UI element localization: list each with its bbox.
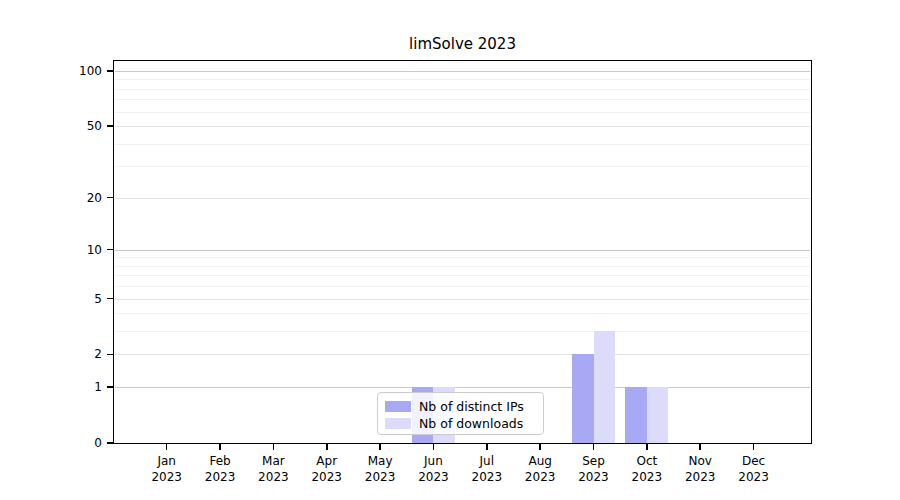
major-gridline [115,299,810,300]
x-tick-mark [433,444,435,450]
minor-gridline [115,331,810,332]
minor-gridline [115,166,810,167]
major-gridline [115,250,810,251]
legend-label-distinct-ips: Nb of distinct IPs [419,399,524,414]
chart-figure: limSolve 2023 0125102050100 Jan2023Feb20… [0,0,900,500]
y-tick-mark [107,298,114,300]
y-tick-label: 100 [56,63,102,79]
x-tick-mark [219,444,221,450]
x-tick-mark [273,444,275,450]
x-tick-label-dec: Dec2023 [722,453,786,485]
y-tick-mark [107,354,114,356]
minor-gridline [115,112,810,113]
legend-label-downloads: Nb of downloads [419,416,523,431]
x-tick-mark [646,444,648,450]
legend-swatch-downloads-icon [385,418,411,429]
y-tick-label: 20 [56,190,102,206]
x-tick-mark [753,444,755,450]
minor-gridline [115,257,810,258]
x-tick-mark [486,444,488,450]
legend-swatch-distinct-ips-icon [385,401,411,412]
legend-item-distinct-ips: Nb of distinct IPs [385,398,534,414]
x-tick-mark [539,444,541,450]
y-tick-mark [107,386,114,388]
major-gridline [115,354,810,355]
minor-gridline [115,99,810,100]
chart-title: limSolve 2023 [114,34,811,54]
bar-oct-downloads [647,387,669,443]
bar-sep-downloads [594,331,616,443]
y-tick-label: 1 [56,379,102,395]
bar-sep-distinct-ips [572,354,594,443]
x-tick-mark [326,444,328,450]
y-tick-mark [107,442,114,444]
major-gridline [115,198,810,199]
minor-gridline [115,313,810,314]
x-tick-mark [699,444,701,450]
y-tick-mark [107,125,114,127]
major-gridline [115,71,810,72]
x-tick-year: 2023 [722,469,786,485]
major-gridline [115,126,810,127]
x-tick-mark [379,444,381,450]
y-tick-mark [107,249,114,251]
y-tick-mark [107,197,114,199]
y-tick-label: 2 [56,346,102,362]
x-tick-mark [166,444,168,450]
y-tick-mark [107,70,114,72]
bar-oct-distinct-ips [625,387,647,443]
minor-gridline [115,79,810,80]
legend: Nb of distinct IPs Nb of downloads [377,392,544,435]
y-tick-label: 50 [56,118,102,134]
minor-gridline [115,286,810,287]
y-tick-label: 0 [56,435,102,451]
major-gridline [115,387,810,388]
minor-gridline [115,89,810,90]
x-tick-month: Dec [722,453,786,469]
legend-item-downloads: Nb of downloads [385,415,534,431]
minor-gridline [115,266,810,267]
x-tick-mark [593,444,595,450]
y-tick-label: 10 [56,242,102,258]
minor-gridline [115,275,810,276]
y-tick-label: 5 [56,291,102,307]
minor-gridline [115,144,810,145]
